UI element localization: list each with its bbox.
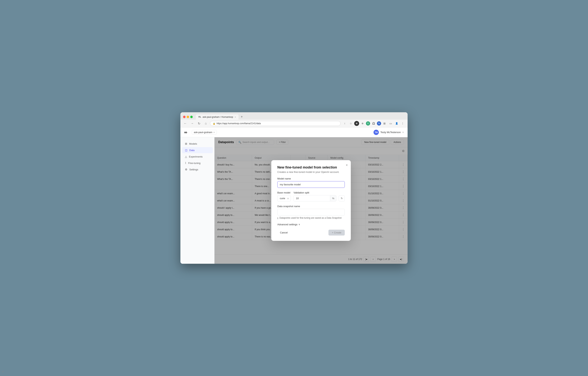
sidebar-item-models[interactable]: ⊞ Models: [182, 141, 213, 147]
model-name-label: Model name: [277, 177, 345, 180]
sidebar-item-experiments[interactable]: △ Experiments: [182, 154, 213, 160]
extension2-icon-btn[interactable]: G: [366, 121, 370, 125]
data-snapshot-section: Data snapshot name ℹ Datapoints used for…: [277, 205, 345, 219]
minimize-window-btn[interactable]: [187, 116, 189, 118]
data-snapshot-input[interactable]: [277, 209, 345, 215]
sidebar-label-models: Models: [189, 142, 197, 145]
extension4-icon-btn[interactable]: N: [377, 121, 381, 125]
extension3-icon-btn[interactable]: 🎧: [371, 121, 376, 126]
modal-close-button[interactable]: ×: [346, 163, 348, 167]
app-logo: ∞: [184, 130, 187, 135]
modal-subtitle: Creates a new fine-tuned model in your O…: [277, 171, 345, 173]
browser-profile-avatar[interactable]: M: [354, 121, 359, 126]
tab-bar: HL ask-paul-graham / Humanloop × +: [196, 114, 399, 120]
settings-icon: ⚙: [185, 168, 188, 171]
reload-button[interactable]: ↻: [196, 121, 202, 126]
data-snapshot-info: ℹ Datapoints used for fine-tuning are sa…: [277, 217, 345, 219]
main-layout: ⊞ Models ◫ Data △ Experiments ⌇ Fine-tun…: [180, 137, 408, 264]
sidebar-toggle-btn[interactable]: ▭: [388, 121, 393, 126]
user-profile-btn[interactable]: 👤: [394, 121, 399, 126]
models-icon: ⊞: [185, 142, 187, 145]
app-container: ∞ ask-paul-graham ∨ TM Testy McTesterson…: [180, 127, 408, 264]
modal-overlay: × New fine-tuned model from selection Cr…: [214, 137, 408, 264]
sidebar-item-fine-tuning[interactable]: ⌇ Fine-tuning: [182, 160, 213, 166]
user-section: TM Testy McTesterson ∨: [374, 130, 404, 135]
modal-footer: Cancel + Create: [277, 230, 345, 236]
content-area: Datapoints 🔍 Search inputs and output...…: [214, 137, 408, 264]
toolbar-icons: ↑ ☆ M ⊕ G 🎧 N ⊞ ▭ 👤 ⋮: [342, 121, 405, 126]
sidebar-item-data[interactable]: ◫ Data: [182, 147, 213, 153]
traffic-lights: [183, 116, 193, 118]
sidebar-item-settings[interactable]: ⚙ Settings: [182, 167, 213, 172]
extension-icon-btn[interactable]: ⊕: [360, 121, 365, 126]
create-button[interactable]: + Create: [328, 230, 345, 236]
validation-split-col: Validation split % ↻: [294, 191, 345, 201]
advanced-settings-toggle[interactable]: Advanced settings ∨: [277, 223, 345, 226]
modal-title: New fine-tuned model from selection: [277, 166, 345, 169]
lock-icon: 🔒: [213, 122, 215, 125]
tab-close-btn[interactable]: ×: [235, 116, 236, 118]
url-text: https://app.humanloop.com/llama/2141/dat…: [217, 122, 261, 125]
sidebar-label-fine-tuning: Fine-tuning: [188, 162, 200, 165]
user-name: Testy McTesterson: [380, 131, 401, 134]
sidebar-label-settings: Settings: [189, 168, 198, 171]
bookmark-icon-btn[interactable]: ☆: [348, 121, 353, 126]
browser-toolbar: ← → ↻ ⌂ 🔒 https://app.humanloop.com/llam…: [180, 120, 408, 127]
workspace-chevron-icon: ∨: [213, 131, 215, 133]
user-chevron-icon: ∨: [402, 131, 404, 134]
fine-tune-modal: × New fine-tuned model from selection Cr…: [271, 160, 351, 241]
sidebar-label-experiments: Experiments: [189, 155, 203, 158]
new-tab-button[interactable]: +: [239, 114, 244, 120]
base-model-label: Base model: [277, 191, 291, 194]
address-bar[interactable]: 🔒 https://app.humanloop.com/llama/2141/d…: [210, 121, 341, 126]
advanced-settings-label: Advanced settings: [277, 223, 297, 226]
browser-menu-btn[interactable]: ⋮: [400, 121, 405, 126]
share-icon-btn[interactable]: ↑: [342, 121, 347, 126]
sidebar-label-data: Data: [189, 149, 194, 152]
data-snapshot-label: Data snapshot name: [277, 205, 345, 208]
tab-title: ask-paul-graham / Humanloop: [203, 116, 233, 118]
model-name-input[interactable]: [277, 181, 345, 188]
base-model-col: Base model curie davinci ada babbage ∨: [277, 191, 291, 201]
validation-split-input[interactable]: [294, 195, 330, 201]
browser-window: HL ask-paul-graham / Humanloop × + ← → ↻…: [180, 112, 408, 264]
app-header: ∞ ask-paul-graham ∨ TM Testy McTesterson…: [180, 127, 408, 137]
active-tab[interactable]: HL ask-paul-graham / Humanloop ×: [196, 114, 239, 120]
extensions-puzzle-btn[interactable]: ⊞: [382, 121, 387, 126]
experiments-icon: △: [185, 155, 187, 158]
workspace-selector[interactable]: ask-paul-graham ∨: [192, 130, 217, 135]
info-icon: ℹ: [277, 217, 278, 219]
user-avatar: TM: [374, 130, 379, 135]
base-model-select[interactable]: curie davinci ada babbage: [277, 195, 291, 201]
tab-favicon: HL: [198, 116, 201, 118]
info-text: Datapoints used for fine-tuning are save…: [279, 217, 342, 219]
close-window-btn[interactable]: [183, 116, 186, 118]
base-model-validation-row: Base model curie davinci ada babbage ∨: [277, 191, 345, 201]
advanced-settings-chevron-icon: ∨: [299, 223, 300, 226]
workspace-name: ask-paul-graham: [194, 131, 212, 134]
validation-split-label: Validation split: [294, 191, 345, 194]
validation-split-input-wrapper: %: [294, 195, 336, 201]
fine-tuning-icon: ⌇: [185, 161, 186, 165]
sidebar: ⊞ Models ◫ Data △ Experiments ⌇ Fine-tun…: [180, 137, 214, 264]
browser-titlebar: HL ask-paul-graham / Humanloop × +: [180, 112, 408, 120]
forward-button[interactable]: →: [189, 121, 195, 126]
back-button[interactable]: ←: [183, 121, 188, 126]
cancel-button[interactable]: Cancel: [277, 230, 290, 236]
validation-refresh-button[interactable]: ↻: [339, 195, 345, 201]
data-icon: ◫: [185, 149, 188, 152]
base-model-select-wrapper: curie davinci ada babbage ∨: [277, 195, 291, 201]
home-button[interactable]: ⌂: [203, 121, 209, 126]
fullscreen-window-btn[interactable]: [190, 116, 193, 118]
validation-split-suffix: %: [330, 195, 336, 201]
